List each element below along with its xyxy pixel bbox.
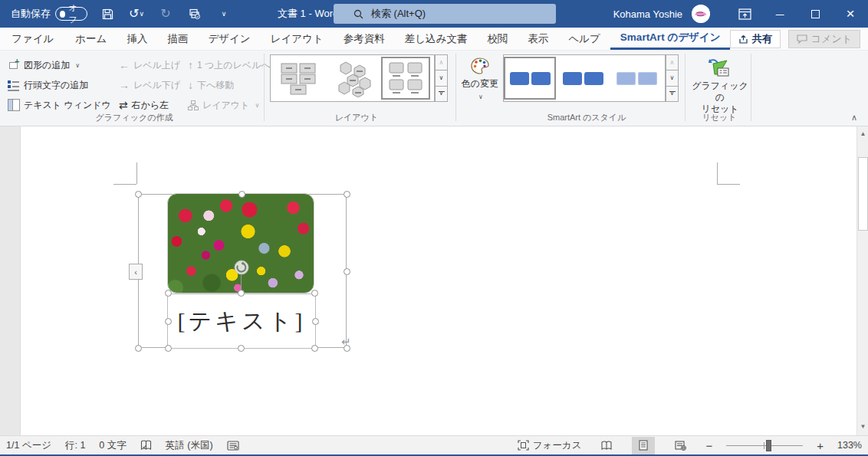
customize-qat-chevron[interactable]: ∨ bbox=[215, 4, 233, 24]
comment-icon bbox=[797, 34, 807, 44]
collapse-ribbon-chevron[interactable]: ∧ bbox=[851, 113, 857, 123]
style-gallery-up-button[interactable]: ∧ bbox=[666, 54, 679, 71]
language-indicator[interactable]: 英語 (米国) bbox=[166, 439, 213, 452]
style-option-3[interactable] bbox=[610, 57, 663, 100]
selection-handle[interactable] bbox=[135, 345, 142, 352]
selection-handle[interactable] bbox=[311, 290, 318, 297]
layout-gallery-up-button[interactable]: ∧ bbox=[435, 54, 448, 71]
tab-design[interactable]: デザイン bbox=[198, 28, 260, 50]
selection-handle[interactable] bbox=[165, 345, 172, 352]
add-bullet-button[interactable]: 行頭文字の追加 bbox=[8, 79, 111, 92]
tab-review[interactable]: 校閲 bbox=[477, 28, 518, 50]
redo-button[interactable]: ↻ bbox=[156, 4, 175, 24]
close-button[interactable]: × bbox=[833, 0, 868, 28]
line-indicator[interactable]: 行: 1 bbox=[65, 439, 85, 452]
autosave-toggle[interactable]: 自動保存 オフ bbox=[11, 7, 87, 21]
editor-status-icon[interactable] bbox=[227, 441, 239, 451]
text-pane-toggle-tab[interactable]: ‹ bbox=[129, 264, 143, 280]
tab-home[interactable]: ホーム bbox=[65, 28, 117, 50]
tab-layout[interactable]: レイアウト bbox=[261, 28, 334, 50]
selection-handle[interactable] bbox=[238, 345, 245, 352]
share-button[interactable]: 共有 bbox=[730, 30, 781, 48]
autosave-pill[interactable]: オフ bbox=[55, 7, 87, 21]
layout-gallery-down-button[interactable]: ∨ bbox=[435, 70, 448, 86]
zoom-slider-thumb[interactable] bbox=[766, 440, 771, 451]
comment-button[interactable]: コメント bbox=[788, 30, 860, 48]
change-colors-button[interactable]: 色の変更 ∨ bbox=[459, 57, 501, 100]
tab-help[interactable]: ヘルプ bbox=[558, 28, 610, 50]
scroll-down-button[interactable]: ▼ bbox=[858, 421, 868, 432]
tab-smartart-design[interactable]: SmartArt のデザイン bbox=[610, 28, 731, 50]
scroll-up-button[interactable]: ▲ bbox=[858, 128, 868, 139]
share-icon bbox=[738, 34, 748, 44]
selection-handle[interactable] bbox=[311, 345, 318, 352]
selection-handle[interactable] bbox=[312, 318, 319, 325]
tab-draw[interactable]: 描画 bbox=[157, 28, 198, 50]
vertical-scrollbar[interactable]: ▲ ▼ bbox=[856, 126, 868, 435]
zoom-out-button[interactable]: − bbox=[705, 439, 712, 452]
add-shape-button[interactable]: + 図形の追加∨ bbox=[8, 59, 111, 72]
word-count[interactable]: 0 文字 bbox=[99, 439, 126, 452]
avatar[interactable] bbox=[692, 5, 710, 23]
layout-gallery-scroll: ∧ ∨ ∨ bbox=[435, 54, 448, 102]
toggle-dot-icon bbox=[60, 11, 65, 18]
tab-mailings[interactable]: 差し込み文書 bbox=[395, 28, 478, 50]
text-pane-button[interactable]: テキスト ウィンドウ bbox=[8, 99, 111, 112]
zoom-slider[interactable] bbox=[726, 437, 803, 454]
reset-graphic-button[interactable]: グラフィックの リセット bbox=[690, 56, 750, 115]
style-gallery-down-button[interactable]: ∨ bbox=[666, 70, 679, 86]
titlebar-right: Kohama Yoshie ─ × bbox=[613, 0, 868, 28]
selection-handle[interactable] bbox=[344, 191, 350, 198]
right-to-left-button[interactable]: ⇄ 右から左 bbox=[119, 99, 180, 112]
tab-file[interactable]: ファイル bbox=[0, 28, 65, 50]
selection-handle[interactable] bbox=[165, 318, 172, 325]
user-name[interactable]: Kohama Yoshie bbox=[613, 8, 682, 20]
rotation-handle[interactable] bbox=[233, 259, 250, 276]
focus-mode-button[interactable]: フォーカス bbox=[518, 439, 582, 452]
maximize-button[interactable] bbox=[797, 0, 833, 28]
layout-option-hexagon-cluster[interactable] bbox=[326, 57, 381, 100]
layout-gallery-more-button[interactable]: ∨ bbox=[435, 86, 448, 102]
document-canvas[interactable]: [テキスト] ‹ ↵ ▲ ▼ bbox=[0, 126, 868, 435]
selection-handle[interactable] bbox=[135, 191, 142, 198]
tab-references[interactable]: 参考資料 bbox=[334, 28, 395, 50]
proofing-icon[interactable] bbox=[140, 440, 152, 451]
document-title: 文書 1 - Word bbox=[278, 7, 338, 21]
group-label-reset: リセット bbox=[689, 112, 750, 123]
zoom-in-button[interactable]: + bbox=[817, 439, 824, 452]
tab-view[interactable]: 表示 bbox=[518, 28, 558, 50]
search-input[interactable]: 検索 (Alt+Q) bbox=[334, 4, 556, 24]
tab-insert[interactable]: 挿入 bbox=[117, 28, 157, 50]
group-label-layouts: レイアウト bbox=[307, 112, 406, 123]
up-arrow-icon: ↑ bbox=[188, 59, 193, 71]
minimize-button[interactable]: ─ bbox=[762, 0, 797, 28]
word-window: 自動保存 オフ ↺∨ ↻ ∨ 文書 1 - Word 検索 (Alt+Q) Ko… bbox=[0, 0, 868, 456]
demote-button[interactable]: → レベル下げ bbox=[119, 79, 180, 92]
selection-handle[interactable] bbox=[165, 290, 172, 297]
style-gallery-more-button[interactable]: ∨ bbox=[666, 86, 679, 102]
style-option-1-selected[interactable] bbox=[504, 57, 556, 100]
selection-handle[interactable] bbox=[238, 191, 245, 198]
print-preview-icon[interactable] bbox=[186, 4, 204, 24]
print-layout-button[interactable] bbox=[632, 437, 655, 454]
layout-option-picture-blocks[interactable] bbox=[271, 57, 326, 100]
layout-option-picture-grid-selected[interactable] bbox=[381, 57, 430, 100]
zoom-level[interactable]: 133% bbox=[837, 440, 862, 451]
change-colors-label: 色の変更 bbox=[462, 77, 498, 90]
page-indicator[interactable]: 1/1 ページ bbox=[6, 439, 51, 452]
selection-handle[interactable] bbox=[344, 268, 350, 275]
style-option-2[interactable] bbox=[556, 57, 610, 100]
selection-handle[interactable] bbox=[238, 290, 245, 297]
read-mode-button[interactable] bbox=[595, 437, 618, 454]
smartart-text-placeholder[interactable]: [テキスト] bbox=[167, 294, 316, 349]
text-pane-icon bbox=[8, 99, 20, 111]
save-icon[interactable] bbox=[98, 4, 117, 24]
undo-button[interactable]: ↺∨ bbox=[127, 4, 146, 24]
web-layout-button[interactable] bbox=[669, 437, 692, 454]
reset-graphic-icon bbox=[707, 56, 733, 80]
share-label: 共有 bbox=[752, 32, 772, 46]
scrollbar-thumb[interactable] bbox=[858, 157, 868, 231]
ribbon-display-options-icon[interactable] bbox=[727, 0, 762, 28]
promote-button[interactable]: ← レベル上げ bbox=[119, 59, 180, 72]
left-arrow-icon: ← bbox=[119, 59, 130, 71]
